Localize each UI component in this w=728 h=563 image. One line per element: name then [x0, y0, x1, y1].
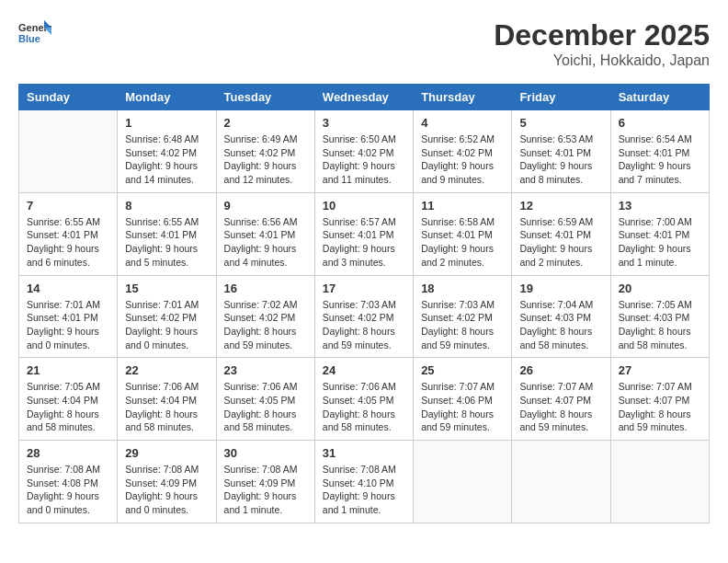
day-header-thursday: Thursday	[414, 85, 512, 110]
calendar-cell: 28Sunrise: 7:08 AM Sunset: 4:08 PM Dayli…	[19, 441, 118, 523]
calendar-cell: 4Sunrise: 6:52 AM Sunset: 4:02 PM Daylig…	[414, 110, 512, 193]
calendar-cell: 11Sunrise: 6:58 AM Sunset: 4:01 PM Dayli…	[414, 192, 512, 275]
day-number: 7	[27, 199, 109, 213]
day-info: Sunrise: 7:01 AM Sunset: 4:02 PM Dayligh…	[125, 298, 208, 352]
day-info: Sunrise: 6:55 AM Sunset: 4:01 PM Dayligh…	[125, 215, 208, 270]
day-number: 17	[323, 282, 405, 295]
calendar-cell: 8Sunrise: 6:55 AM Sunset: 4:01 PM Daylig…	[118, 192, 216, 275]
day-number: 23	[224, 363, 307, 377]
calendar-cell: 22Sunrise: 7:06 AM Sunset: 4:04 PM Dayli…	[118, 358, 216, 441]
day-info: Sunrise: 7:07 AM Sunset: 4:06 PM Dayligh…	[421, 380, 504, 434]
day-number: 20	[619, 282, 701, 295]
month-title: December 2025	[494, 18, 710, 52]
day-number: 12	[519, 199, 602, 213]
calendar-cell: 17Sunrise: 7:03 AM Sunset: 4:02 PM Dayli…	[314, 275, 413, 358]
day-info: Sunrise: 6:49 AM Sunset: 4:02 PM Dayligh…	[224, 132, 307, 187]
day-info: Sunrise: 7:08 AM Sunset: 4:08 PM Dayligh…	[27, 463, 109, 517]
logo: General Blue	[18, 18, 51, 46]
day-info: Sunrise: 6:58 AM Sunset: 4:01 PM Dayligh…	[421, 215, 504, 270]
day-number: 15	[125, 282, 208, 295]
day-info: Sunrise: 7:01 AM Sunset: 4:01 PM Dayligh…	[27, 298, 109, 352]
day-number: 11	[421, 199, 504, 213]
day-info: Sunrise: 6:57 AM Sunset: 4:01 PM Dayligh…	[323, 215, 405, 270]
calendar-cell: 31Sunrise: 7:08 AM Sunset: 4:10 PM Dayli…	[314, 441, 413, 523]
calendar-cell: 7Sunrise: 6:55 AM Sunset: 4:01 PM Daylig…	[19, 192, 118, 275]
calendar-cell: 5Sunrise: 6:53 AM Sunset: 4:01 PM Daylig…	[512, 110, 610, 193]
calendar-cell: 12Sunrise: 6:59 AM Sunset: 4:01 PM Dayli…	[512, 192, 610, 275]
day-info: Sunrise: 7:07 AM Sunset: 4:07 PM Dayligh…	[619, 380, 701, 434]
calendar-cell: 19Sunrise: 7:04 AM Sunset: 4:03 PM Dayli…	[512, 275, 610, 358]
week-row-3: 21Sunrise: 7:05 AM Sunset: 4:04 PM Dayli…	[19, 358, 710, 441]
calendar-cell: 3Sunrise: 6:50 AM Sunset: 4:02 PM Daylig…	[314, 110, 413, 193]
day-header-tuesday: Tuesday	[216, 85, 314, 110]
day-info: Sunrise: 6:48 AM Sunset: 4:02 PM Dayligh…	[125, 132, 208, 187]
week-row-0: 1Sunrise: 6:48 AM Sunset: 4:02 PM Daylig…	[19, 110, 710, 193]
day-info: Sunrise: 7:03 AM Sunset: 4:02 PM Dayligh…	[323, 298, 405, 352]
day-number: 16	[224, 282, 307, 295]
day-info: Sunrise: 6:52 AM Sunset: 4:02 PM Dayligh…	[421, 132, 504, 187]
day-number: 6	[619, 116, 701, 130]
day-number: 31	[323, 446, 405, 460]
day-info: Sunrise: 7:00 AM Sunset: 4:01 PM Dayligh…	[619, 215, 701, 270]
day-number: 27	[619, 363, 701, 377]
day-number: 28	[27, 446, 109, 460]
calendar-cell: 26Sunrise: 7:07 AM Sunset: 4:07 PM Dayli…	[512, 358, 610, 441]
day-number: 2	[224, 116, 307, 130]
day-number: 10	[323, 199, 405, 213]
day-info: Sunrise: 7:08 AM Sunset: 4:09 PM Dayligh…	[125, 463, 208, 517]
day-info: Sunrise: 7:03 AM Sunset: 4:02 PM Dayligh…	[421, 298, 504, 352]
calendar-cell: 10Sunrise: 6:57 AM Sunset: 4:01 PM Dayli…	[314, 192, 413, 275]
calendar-cell: 25Sunrise: 7:07 AM Sunset: 4:06 PM Dayli…	[414, 358, 512, 441]
day-number: 25	[421, 363, 504, 377]
day-header-friday: Friday	[512, 85, 610, 110]
calendar-cell	[414, 441, 512, 523]
calendar-cell: 30Sunrise: 7:08 AM Sunset: 4:09 PM Dayli…	[216, 441, 314, 523]
day-info: Sunrise: 7:04 AM Sunset: 4:03 PM Dayligh…	[519, 298, 602, 352]
calendar-cell: 20Sunrise: 7:05 AM Sunset: 4:03 PM Dayli…	[610, 275, 709, 358]
day-number: 8	[125, 199, 208, 213]
day-number: 18	[421, 282, 504, 295]
calendar-cell: 9Sunrise: 6:56 AM Sunset: 4:01 PM Daylig…	[216, 192, 314, 275]
header: General Blue December 2025 Yoichi, Hokka…	[18, 18, 710, 69]
day-number: 22	[125, 363, 208, 377]
day-info: Sunrise: 6:55 AM Sunset: 4:01 PM Dayligh…	[27, 215, 109, 270]
day-info: Sunrise: 7:06 AM Sunset: 4:04 PM Dayligh…	[125, 380, 208, 434]
calendar-cell: 18Sunrise: 7:03 AM Sunset: 4:02 PM Dayli…	[414, 275, 512, 358]
day-info: Sunrise: 7:08 AM Sunset: 4:10 PM Dayligh…	[323, 463, 405, 517]
day-info: Sunrise: 7:05 AM Sunset: 4:04 PM Dayligh…	[27, 380, 109, 434]
calendar-cell	[19, 110, 118, 193]
day-number: 14	[27, 282, 109, 295]
day-info: Sunrise: 7:08 AM Sunset: 4:09 PM Dayligh…	[224, 463, 307, 517]
week-row-4: 28Sunrise: 7:08 AM Sunset: 4:08 PM Dayli…	[19, 441, 710, 523]
calendar-cell: 29Sunrise: 7:08 AM Sunset: 4:09 PM Dayli…	[118, 441, 216, 523]
week-row-2: 14Sunrise: 7:01 AM Sunset: 4:01 PM Dayli…	[19, 275, 710, 358]
calendar-cell: 1Sunrise: 6:48 AM Sunset: 4:02 PM Daylig…	[118, 110, 216, 193]
calendar-cell: 2Sunrise: 6:49 AM Sunset: 4:02 PM Daylig…	[216, 110, 314, 193]
calendar-cell: 15Sunrise: 7:01 AM Sunset: 4:02 PM Dayli…	[118, 275, 216, 358]
calendar-cell: 21Sunrise: 7:05 AM Sunset: 4:04 PM Dayli…	[19, 358, 118, 441]
day-info: Sunrise: 6:54 AM Sunset: 4:01 PM Dayligh…	[619, 132, 701, 187]
day-number: 21	[27, 363, 109, 377]
day-info: Sunrise: 6:56 AM Sunset: 4:01 PM Dayligh…	[224, 215, 307, 270]
logo-icon: General Blue	[18, 18, 51, 46]
day-number: 5	[519, 116, 602, 130]
calendar-cell: 13Sunrise: 7:00 AM Sunset: 4:01 PM Dayli…	[610, 192, 709, 275]
calendar-cell: 24Sunrise: 7:06 AM Sunset: 4:05 PM Dayli…	[314, 358, 413, 441]
day-info: Sunrise: 7:07 AM Sunset: 4:07 PM Dayligh…	[519, 380, 602, 434]
calendar-cell: 23Sunrise: 7:06 AM Sunset: 4:05 PM Dayli…	[216, 358, 314, 441]
day-header-saturday: Saturday	[610, 85, 709, 110]
day-number: 26	[519, 363, 602, 377]
day-info: Sunrise: 6:59 AM Sunset: 4:01 PM Dayligh…	[519, 215, 602, 270]
calendar-cell: 16Sunrise: 7:02 AM Sunset: 4:02 PM Dayli…	[216, 275, 314, 358]
day-header-wednesday: Wednesday	[314, 85, 413, 110]
day-number: 19	[519, 282, 602, 295]
week-row-1: 7Sunrise: 6:55 AM Sunset: 4:01 PM Daylig…	[19, 192, 710, 275]
calendar-cell: 27Sunrise: 7:07 AM Sunset: 4:07 PM Dayli…	[610, 358, 709, 441]
day-number: 9	[224, 199, 307, 213]
day-info: Sunrise: 6:53 AM Sunset: 4:01 PM Dayligh…	[519, 132, 602, 187]
calendar: SundayMondayTuesdayWednesdayThursdayFrid…	[18, 84, 710, 523]
day-number: 3	[323, 116, 405, 130]
day-info: Sunrise: 6:50 AM Sunset: 4:02 PM Dayligh…	[323, 132, 405, 187]
day-number: 13	[619, 199, 701, 213]
svg-text:Blue: Blue	[18, 33, 40, 44]
